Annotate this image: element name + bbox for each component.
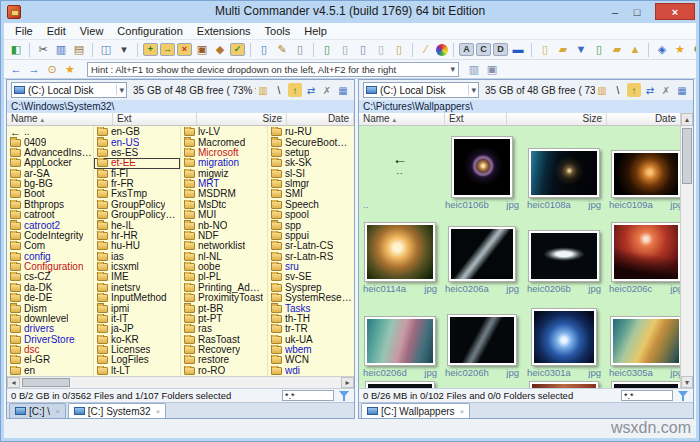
folder-item[interactable]: migration — [181, 158, 267, 168]
folder-item[interactable]: sr-Latn-RS — [268, 252, 354, 262]
chevron-down-icon[interactable]: ▾ — [450, 64, 455, 74]
folder-item[interactable]: wbem — [268, 345, 354, 355]
titlebar[interactable]: Multi Commander v4.5.1 (build 1769) 64 b… — [1, 1, 699, 23]
folder-item[interactable]: LogFiles — [94, 355, 180, 365]
folder-item[interactable]: hu-HU — [94, 241, 180, 251]
folder-item[interactable]: setup — [268, 148, 354, 158]
folder-item[interactable]: Recovery — [181, 345, 267, 355]
folder-item[interactable]: 0409 — [7, 137, 93, 147]
horizontal-scrollbar[interactable]: ◂ ▸ — [7, 376, 354, 388]
print-a-icon[interactable]: A — [459, 43, 474, 56]
folder-item[interactable]: Microsoft — [181, 148, 267, 158]
folder-item[interactable]: sr-Latn-CS — [268, 241, 354, 251]
file-thumbnail-partial[interactable] — [523, 378, 605, 388]
parent-folder-icon[interactable]: ↑ — [627, 83, 641, 97]
folder-item[interactable]: sppui — [268, 231, 354, 241]
folder-item[interactable]: FxsTmp — [94, 189, 180, 199]
compare-files-icon[interactable]: ▯ — [292, 42, 308, 58]
chevron-down-icon[interactable]: ▾ — [116, 85, 124, 95]
folder-item[interactable]: oobe — [181, 262, 267, 272]
folder-item[interactable]: inetsrv — [94, 283, 180, 293]
maximize-button[interactable]: □ — [627, 3, 647, 20]
filter-clear-icon[interactable]: ✗ — [659, 83, 673, 97]
folder-item[interactable]: Sysprep — [268, 283, 354, 293]
column-ext[interactable]: Ext — [113, 113, 197, 125]
folder-up-tool-icon[interactable]: ▲ — [627, 42, 643, 58]
file-thumbnail[interactable]: heic0206ajpg — [441, 210, 523, 294]
menu-item-extensions[interactable]: Extensions — [190, 24, 258, 38]
folder-item[interactable]: fr-FR — [94, 179, 180, 189]
folder-item[interactable]: Bthprops — [7, 200, 93, 210]
folder-item[interactable]: networklist — [181, 241, 267, 251]
column-size[interactable]: Size — [197, 113, 287, 125]
file-thumbnail-partial[interactable] — [359, 378, 441, 388]
folder-item[interactable]: es-ES — [94, 148, 180, 158]
folder-item[interactable]: drivers — [7, 324, 93, 334]
folder-item[interactable]: pt-BR — [181, 303, 267, 313]
chevron-down-icon[interactable]: ▾ — [468, 85, 476, 95]
folder-view-icon[interactable]: ▰ — [555, 42, 571, 58]
file-thumbnail[interactable]: heic0301ajpg — [523, 294, 605, 378]
folder-item[interactable]: MsDtc — [181, 200, 267, 210]
folder-item[interactable]: migwiz — [181, 169, 267, 179]
menu-item-view[interactable]: View — [73, 24, 111, 38]
folder-item[interactable]: Speech — [268, 200, 354, 210]
drive-d-icon[interactable]: D — [493, 43, 508, 56]
folder-item[interactable]: lv-LV — [181, 127, 267, 137]
folder-item[interactable]: InputMethod — [94, 293, 180, 303]
folder-item[interactable]: spp — [268, 220, 354, 230]
folder-item[interactable]: pt-PT — [181, 314, 267, 324]
folder-item[interactable]: catroot — [7, 210, 93, 220]
folder-item[interactable]: SystemResetPlatfor — [268, 293, 354, 303]
folder-item[interactable]: bg-BG — [7, 179, 93, 189]
folder-item[interactable]: ru-RU — [268, 127, 354, 137]
folder-item[interactable]: da-DK — [7, 283, 93, 293]
folder-item[interactable]: lt-LT — [94, 366, 180, 376]
folder-item[interactable]: AppLocker — [7, 158, 93, 168]
back-icon[interactable]: ← — [8, 61, 24, 77]
folder-item[interactable]: Tasks — [268, 303, 354, 313]
folder-item[interactable]: icsxml — [94, 262, 180, 272]
folder-item[interactable]: sk-SK — [268, 158, 354, 168]
goto-root-icon[interactable]: \ — [611, 83, 625, 97]
folder-item[interactable]: config — [7, 252, 93, 262]
file-4b-icon[interactable]: ▯ — [319, 42, 335, 58]
file-thumbnail[interactable]: heic0206cjpg — [605, 210, 680, 294]
folder-item[interactable]: ProximityToast — [181, 293, 267, 303]
drive-selector[interactable]: (C:) Local Disk ▾ — [363, 82, 479, 98]
view-mode-icon[interactable]: ▦ — [675, 83, 689, 97]
wand-icon[interactable]: ⁄ — [418, 42, 434, 58]
folder-item[interactable]: spool — [268, 210, 354, 220]
file-attributes-icon[interactable]: ▯ — [355, 42, 371, 58]
split-view-icon[interactable]: ◫ — [98, 42, 114, 58]
scroll-left-icon[interactable]: ◂ — [7, 377, 20, 388]
folder-item[interactable]: en-US — [94, 137, 180, 147]
folder-item[interactable]: cs-CZ — [7, 272, 93, 282]
folder-item[interactable]: ro-RO — [181, 366, 267, 376]
parent-folder-icon[interactable]: ↑ — [288, 83, 302, 97]
parent-dir-item[interactable]: ←.. — [7, 127, 93, 137]
filter-funnel-icon[interactable] — [338, 390, 350, 402]
folder-item[interactable]: ias — [94, 252, 180, 262]
folder-item[interactable]: downlevel — [7, 314, 93, 324]
folder-item[interactable]: wdi — [268, 366, 354, 376]
path-bar[interactable]: C:\Pictures\Wallpappers\ — [359, 100, 693, 113]
explorer-panel-icon[interactable]: ◧ — [8, 42, 24, 58]
folder-item[interactable]: WCN — [268, 355, 354, 365]
menu-item-configuration[interactable]: Configuration — [110, 24, 189, 38]
folder-item[interactable]: restore — [181, 355, 267, 365]
file-thumbnail[interactable]: heic0206bjpg — [523, 210, 605, 294]
filter-input[interactable] — [621, 390, 673, 401]
network-icon[interactable]: ◈ — [654, 42, 670, 58]
folder-item[interactable]: ar-SA — [7, 169, 93, 179]
folder-item[interactable]: NDF — [181, 231, 267, 241]
folder-item[interactable]: Dism — [7, 303, 93, 313]
folder-item[interactable]: MRT — [181, 179, 267, 189]
folder-item[interactable]: IME — [94, 272, 180, 282]
folder-item[interactable]: AdvancedInstallers — [7, 148, 93, 158]
folder-item[interactable]: ko-KR — [94, 335, 180, 345]
goto-root-icon[interactable]: \ — [272, 83, 286, 97]
folder-item[interactable]: GroupPolicyUsers — [94, 210, 180, 220]
pane-tab[interactable]: [C:] \× — [9, 403, 66, 418]
folder-tree-icon[interactable]: ▥ — [256, 83, 270, 97]
